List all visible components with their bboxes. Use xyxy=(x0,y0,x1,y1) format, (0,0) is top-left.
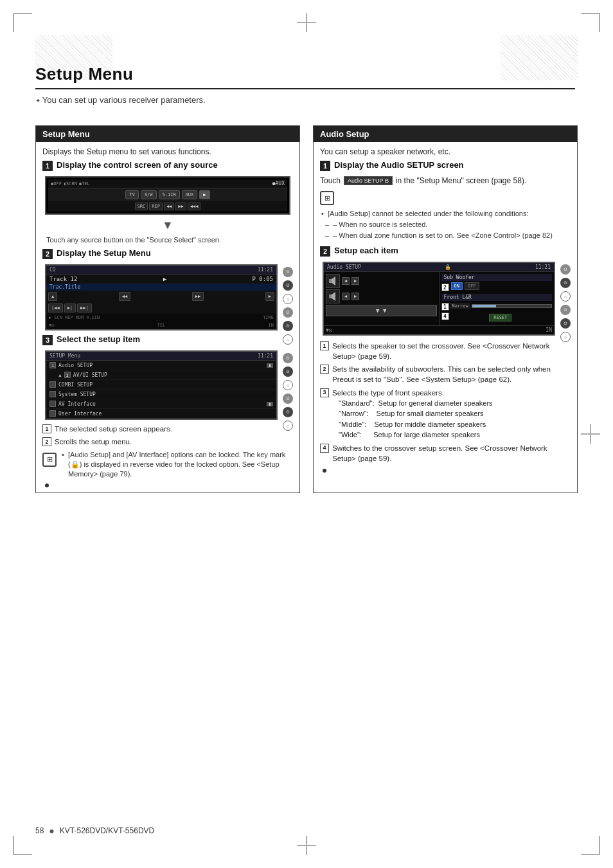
cd-buttons-row2: |◀◀ ▶| ▶▶| xyxy=(46,302,276,314)
setup-item-5: AV Interface B xyxy=(46,399,276,409)
page-footer: 58 ● KVT-526DVD/KVT-556DVD xyxy=(35,826,578,836)
right-note-icon: ⊞ xyxy=(320,191,334,205)
svg-rect-2 xyxy=(329,294,332,298)
source-buttons-row: TV S/W 5.1IN AUX ▶ xyxy=(48,188,287,201)
touch-text: Touch xyxy=(320,176,341,185)
right-list-item-4: 4 Switches to the crossover setup screen… xyxy=(320,443,571,464)
cd-screen: CD 11:21 Track 12 ▶ P 0:05 Trac.Title ▲ … xyxy=(45,264,278,330)
cd-buttons-row1: ▲ ◀◀ ▶▶ ▶ xyxy=(46,291,276,302)
step2-right-num: 2 xyxy=(320,246,330,257)
audio-main: ◀ ▶ ◀ ▶ ▼ ▼ xyxy=(324,272,554,325)
audio-screen-container: Audio SETUP 🔒 11:21 ◀ ▶ xyxy=(320,262,571,336)
main-columns: Setup Menu Displays the Setup menu to se… xyxy=(35,125,578,493)
corner-mark-br xyxy=(581,836,600,855)
speaker-icon-2 xyxy=(326,289,340,303)
reset-button[interactable]: RESET xyxy=(489,314,511,321)
setup-menu-header: SETUP Menu 11:21 xyxy=(46,352,276,361)
audio-bottom-controls: ▼◎ IN xyxy=(324,325,554,334)
audio-side-icon-6: ○ xyxy=(560,332,571,342)
svg-marker-1 xyxy=(332,276,335,285)
step1-right: 1 Display the Audio SETUP screen xyxy=(320,160,571,171)
step1-num: 1 xyxy=(42,161,53,171)
setup-item-1: 1 Audio SETUP B xyxy=(46,361,276,370)
right-list-item-2: 2 Sets the availability of subwoofers. T… xyxy=(320,364,571,384)
off-button[interactable]: OFF xyxy=(465,282,479,290)
right-column: Audio Setup You can setup a speaker netw… xyxy=(313,125,578,493)
step3-label: Select the setup item xyxy=(57,334,140,344)
step1-right-label: Display the Audio SETUP screen xyxy=(334,160,464,170)
audio-speaker-row: ◀ ▶ xyxy=(326,274,437,288)
audio-side-icon-5: ⊙ xyxy=(560,318,571,329)
side-icon-5: ⊙ xyxy=(283,321,293,331)
on-button[interactable]: ON xyxy=(451,282,463,290)
list-item-2: 2 Scrolls the setup menu. xyxy=(42,437,293,447)
left-col-header: Setup Menu xyxy=(36,126,299,142)
front-lr-label: Front L&R xyxy=(441,294,553,301)
right-footer-bullet xyxy=(323,469,326,473)
step1-right-num: 1 xyxy=(320,161,330,171)
cd-header: CD 11:21 xyxy=(46,266,276,275)
side-icon-4: ⊙ xyxy=(283,307,293,318)
note-text: [Audio Setup] and [AV Interface] options… xyxy=(60,450,293,480)
cd-time: 11:21 xyxy=(258,267,273,273)
setup-side-icon-1: ⊙ xyxy=(283,353,293,363)
note-icon: ⊞ xyxy=(42,453,57,467)
step2-right-label: Setup each item xyxy=(334,246,398,255)
right-list-item-3: 3 Selects the type of front speakers. "S… xyxy=(320,388,571,440)
touch-suffix: in the "Setup Menu" screen (page 58). xyxy=(396,176,526,185)
cd-screen-container: CD 11:21 Track 12 ▶ P 0:05 Trac.Title ▲ … xyxy=(42,264,293,330)
audio-header: Audio SETUP 🔒 11:21 xyxy=(324,263,554,272)
left-footer-bullet xyxy=(45,484,49,487)
step2-right: 2 Setup each item xyxy=(320,246,571,257)
step1-caption: Touch any source button on the "Source S… xyxy=(42,234,293,248)
setup-item-3: COMBI SETUP xyxy=(46,380,276,390)
step1-left: 1 Display the control screen of any sour… xyxy=(42,160,293,171)
page-title-area: Setup Menu xyxy=(35,64,575,89)
note-row: ⊞ [Audio Setup] and [AV Interface] optio… xyxy=(42,450,293,481)
footer-model: KVT-526DVD/KVT-556DVD xyxy=(60,826,154,835)
cd-title-bar: Trac.Title xyxy=(46,284,276,291)
setup-item-4: System SETUP xyxy=(46,390,276,399)
cd-track-info: Track 12 ▶ P 0:05 xyxy=(46,275,276,284)
touch-instruction: Touch Audio SETUP B in the "Setup Menu" … xyxy=(320,176,571,185)
left-column: Setup Menu Displays the Setup menu to se… xyxy=(35,125,300,493)
cd-source: CD xyxy=(49,267,56,273)
audio-side-icon-3: ○ xyxy=(560,291,571,302)
svg-marker-3 xyxy=(332,292,335,301)
audio-setup-screen: Audio SETUP 🔒 11:21 ◀ ▶ xyxy=(323,262,555,336)
source-indicators: ●OFF ▮SCRN ●TEL xyxy=(51,181,90,186)
audio-left-col: ◀ ▶ ◀ ▶ ▼ ▼ xyxy=(324,272,440,325)
corner-mark-tl xyxy=(13,13,32,32)
step2-label: Display the Setup Menu xyxy=(57,248,151,258)
audio-speaker-row-2: ◀ ▶ xyxy=(326,289,437,303)
source-controls: SRC REP ◀◀ ▶▶ ◀◀◀ xyxy=(48,201,287,212)
right-note-text: [Audio Setup] cannot be selected under t… xyxy=(320,209,571,240)
corner-mark-tr xyxy=(581,13,600,32)
crosshair-top xyxy=(306,13,307,32)
list-item-1: 1 The selected setup screen appears. xyxy=(42,424,293,434)
source-screen: ●OFF ▮SCRN ●TEL ●AUX TV S/W 5.1IN AUX ▶ … xyxy=(45,176,290,215)
audio-right-col: Sub Woofer 2 ON OFF Front L&R 1 xyxy=(440,272,555,325)
footer-page-num: 58 xyxy=(35,826,44,835)
audio-side-icon-4: ⊙ xyxy=(560,305,571,315)
setup-side-icon-2: ⊙ xyxy=(283,366,293,377)
setup-item-2: ▲ 2 AV/UI SETUP xyxy=(46,370,276,380)
audio-side-icon-2: ⊙ xyxy=(560,278,571,288)
right-indent-2: – When dual zone function is set to on. … xyxy=(320,231,571,240)
step2-num: 2 xyxy=(42,249,53,259)
speaker-icon-1 xyxy=(326,274,340,288)
down-arrow: ▼ xyxy=(42,219,293,232)
right-list-items: 1 Selects the speaker to set the crossov… xyxy=(320,341,571,464)
list-items: 1 The selected setup screen appears. 2 S… xyxy=(42,424,293,447)
audio-setup-badge: Audio SETUP B xyxy=(344,176,393,185)
audio-down-btn: ▼ ▼ xyxy=(326,305,437,316)
right-col-header: Audio Setup xyxy=(314,126,577,142)
setup-item-6: User Interface xyxy=(46,409,276,419)
side-icon-1: ⊙ xyxy=(283,267,293,277)
narrow-label: Narrow xyxy=(450,303,470,309)
step3-num: 3 xyxy=(42,335,53,345)
source-top-bar: ●OFF ▮SCRN ●TEL ●AUX xyxy=(48,179,287,188)
svg-rect-0 xyxy=(329,279,332,283)
right-list-item-1: 1 Selects the speaker to set the crossov… xyxy=(320,341,571,361)
right-description: You can setup a speaker network, etc. xyxy=(320,147,571,156)
